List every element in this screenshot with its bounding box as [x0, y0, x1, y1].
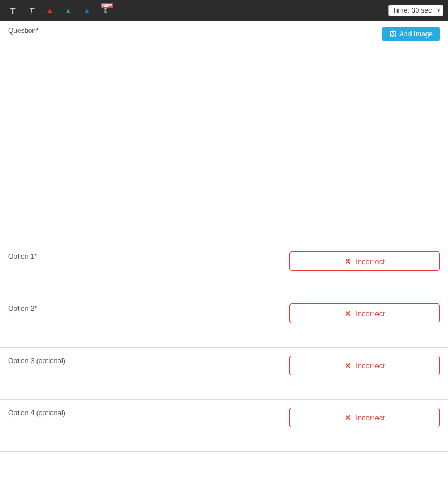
option-2-input[interactable] — [78, 303, 289, 312]
x-icon-3: ✕ — [344, 361, 351, 370]
image-icon: 🖼 — [389, 30, 396, 38]
time-select[interactable]: Time: 30 sec Time: 60 sec Time: 90 sec — [388, 5, 443, 16]
question-header: Question* 🖼 Add Image — [8, 27, 440, 41]
question-input[interactable] — [8, 41, 440, 238]
option-4-input[interactable] — [78, 408, 289, 416]
option-row-2: Option 2* ✕ Incorrect — [0, 295, 448, 348]
add-image-label: Add Image — [399, 30, 433, 38]
option-1-incorrect-button[interactable]: ✕ Incorrect — [289, 251, 440, 271]
option-row-4: Option 4 (optional) ✕ Incorrect — [0, 400, 448, 452]
x-icon-2: ✕ — [344, 309, 351, 318]
red-triangle-icon[interactable]: ▲ — [42, 2, 58, 19]
x-icon-1: ✕ — [344, 257, 351, 266]
option-2-incorrect-button[interactable]: ✕ Incorrect — [289, 303, 440, 323]
options-list: Option 1* ✕ Incorrect Option 2* ✕ Incorr… — [0, 243, 448, 452]
question-area: Question* 🖼 Add Image — [0, 21, 448, 243]
option-4-incorrect-button[interactable]: ✕ Incorrect — [289, 408, 440, 427]
italic-text-icon[interactable]: T — [23, 2, 39, 19]
add-image-button[interactable]: 🖼 Add Image — [382, 27, 440, 41]
option-3-input[interactable] — [78, 356, 289, 364]
option-3-incorrect-button[interactable]: ✕ Incorrect — [289, 356, 440, 375]
option-4-label: Option 4 (optional) — [8, 408, 78, 417]
blue-triangle-icon[interactable]: ▲ — [79, 2, 95, 19]
option-1-label: Option 1* — [8, 251, 78, 261]
question-label: Question* — [8, 27, 39, 35]
c-icon[interactable]: ¢ NEW — [97, 2, 113, 19]
green-triangle-icon[interactable]: ▲ — [60, 2, 76, 19]
option-2-label: Option 2* — [8, 303, 78, 313]
option-4-status: Incorrect — [355, 414, 385, 422]
x-icon-4: ✕ — [344, 414, 351, 422]
main-content: Question* 🖼 Add Image Option 1* ✕ Incorr… — [0, 21, 448, 452]
option-1-status: Incorrect — [355, 257, 385, 266]
option-row-1: Option 1* ✕ Incorrect — [0, 243, 448, 295]
time-select-wrapper[interactable]: Time: 30 sec Time: 60 sec Time: 90 sec — [388, 5, 443, 16]
option-1-input[interactable] — [78, 251, 289, 260]
option-3-status: Incorrect — [355, 361, 385, 370]
option-row-3: Option 3 (optional) ✕ Incorrect — [0, 348, 448, 400]
bold-text-icon[interactable]: T — [5, 2, 21, 19]
option-2-status: Incorrect — [355, 309, 385, 318]
option-3-label: Option 3 (optional) — [8, 356, 78, 365]
toolbar: T T ▲ ▲ ▲ ¢ NEW Time: 30 sec Time: 60 se… — [0, 0, 448, 21]
